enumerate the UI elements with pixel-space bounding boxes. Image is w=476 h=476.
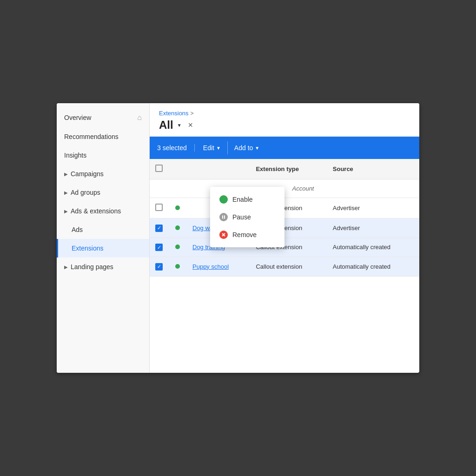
sidebar-item-label: Landing pages [71,263,113,271]
row-checkbox[interactable] [155,204,163,211]
table-area: Enable Pause [150,159,419,373]
arrow-icon: ▶ [64,190,68,195]
pause-icon [219,213,228,221]
header: Extensions > All ▼ × [150,103,419,137]
status-dot-icon [175,225,180,230]
sidebar-item-ads[interactable]: Ads [57,220,149,239]
row-source-cell: Automatically created [327,257,419,277]
close-button[interactable]: × [185,119,196,131]
row-status-cell [168,198,187,218]
header-extension-type: Extension type [250,159,327,179]
row-checkbox-cell[interactable]: ✓ [150,238,168,257]
edit-button[interactable]: Edit ▼ [197,141,228,154]
row-checkbox-cell[interactable] [150,198,168,218]
home-icon: ⌂ [137,113,142,122]
status-dot-icon [175,205,180,210]
status-dot-icon [175,245,180,249]
sidebar-item-label: Overview [64,114,91,121]
row-checkbox[interactable]: ✓ [155,263,163,271]
menu-item-pause[interactable]: Pause [210,208,284,226]
row-checkbox-cell[interactable]: ✓ [150,218,168,238]
row-source-cell: Automatically created [327,238,419,257]
breadcrumb-arrow: > [191,110,194,117]
row-status-cell [168,238,187,257]
app-container: Overview ⌂ Recommendations Insights ▶ Ca… [57,103,419,373]
table-row: ✓ Dog training Callout extension Automat… [150,238,419,257]
add-to-button[interactable]: Add to ▼ [228,141,266,154]
edit-dropdown-menu: Enable Pause [210,187,284,247]
table-row-account: Account [150,179,419,198]
toolbar: 3 selected Edit ▼ Add to ▼ [150,137,419,159]
sidebar-item-label: Ad groups [71,189,100,196]
breadcrumb: Extensions > [159,110,410,117]
arrow-icon: ▶ [64,264,68,270]
row-checkbox-cell [150,179,168,198]
table-row: ✓ Dog walking Callout extension Advertis… [150,218,419,238]
arrow-icon: ▶ [64,172,68,177]
row-source-cell: Advertiser [327,218,419,238]
header-status [168,159,187,179]
sidebar-item-insights[interactable]: Insights [57,146,149,165]
row-source-cell: Advertiser [327,198,419,218]
row-checkbox[interactable]: ✓ [155,225,163,232]
chevron-down-icon: ▼ [177,123,182,128]
sidebar-item-landing-pages[interactable]: ▶ Landing pages [57,258,149,276]
page-title: All [159,119,173,132]
extensions-table: Extension type Source Account [150,159,419,277]
table-row: Callout extension Advertiser [150,198,419,218]
menu-item-pause-label: Pause [232,213,251,221]
chevron-down-icon: ▼ [216,145,221,151]
sidebar-item-label: Campaigns [71,170,104,178]
row-status-cell [168,257,187,277]
sidebar-item-extensions[interactable]: Extensions [57,239,149,258]
sidebar-item-label: Ads & extensions [71,207,121,215]
menu-item-enable-label: Enable [232,196,253,203]
arrow-icon: ▶ [64,209,68,214]
row-status-cell [168,218,187,238]
remove-icon [219,231,228,239]
table-header-row: Extension type Source [150,159,419,179]
svg-rect-2 [224,216,225,219]
chevron-down-icon: ▼ [255,145,259,151]
svg-rect-1 [222,216,223,219]
header-name [187,159,250,179]
sidebar-item-ad-groups[interactable]: ▶ Ad groups [57,183,149,202]
sidebar-item-recommendations[interactable]: Recommendations [57,127,149,146]
sidebar-item-label: Extensions [72,245,103,252]
header-row: All ▼ × [159,119,410,132]
status-dot-icon [175,264,180,269]
select-all-checkbox[interactable] [155,165,163,172]
main-content: Extensions > All ▼ × 3 selected Edit ▼ A… [150,103,419,373]
sidebar-item-overview[interactable]: Overview ⌂ [57,108,149,127]
menu-item-remove-label: Remove [232,231,257,238]
sidebar-item-label: Insights [64,152,86,159]
header-checkbox-cell [150,159,168,179]
svg-point-0 [221,197,226,202]
row-checkbox[interactable]: ✓ [155,244,163,251]
all-dropdown-button[interactable]: ▼ [177,123,182,128]
menu-item-enable[interactable]: Enable [210,191,284,208]
sidebar-item-label: Ads [72,226,83,233]
table-row: ✓ Puppy school Callout extension Automat… [150,257,419,277]
enable-icon [219,195,228,204]
row-status-cell [168,179,187,198]
edit-label: Edit [203,144,214,152]
sidebar-item-label: Recommendations [64,133,119,140]
sidebar-item-ads-extensions[interactable]: ▶ Ads & extensions [57,202,149,220]
sidebar: Overview ⌂ Recommendations Insights ▶ Ca… [57,103,150,373]
sidebar-item-campaigns[interactable]: ▶ Campaigns [57,165,149,183]
menu-item-remove[interactable]: Remove [210,226,284,244]
row-checkbox-cell[interactable]: ✓ [150,257,168,277]
add-to-label: Add to [234,144,253,152]
row-name-cell: Puppy school [187,257,250,277]
selected-count: 3 selected [157,144,195,152]
header-source: Source [327,159,419,179]
breadcrumb-link[interactable]: Extensions [159,110,189,117]
row-extension-type-cell: Callout extension [250,257,327,277]
row-name-link[interactable]: Puppy school [192,263,229,270]
